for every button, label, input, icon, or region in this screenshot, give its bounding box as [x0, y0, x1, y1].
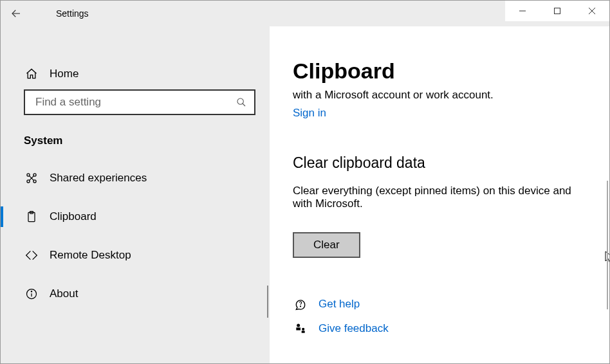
svg-line-5	[243, 104, 245, 106]
section-description: Clear everything (except pinned items) o…	[293, 185, 590, 210]
page-title: Clipboard	[293, 59, 590, 84]
clipboard-icon	[24, 209, 39, 224]
clear-button[interactable]: Clear	[293, 232, 360, 258]
back-button[interactable]	[1, 1, 32, 26]
content-area: Clipboard with a Microsoft account or wo…	[270, 26, 609, 363]
get-help-link[interactable]: Get help	[319, 298, 360, 311]
sidebar-item-shared-experiences[interactable]: Shared experiences	[1, 159, 270, 197]
share-icon	[24, 170, 39, 186]
svg-point-7	[33, 174, 36, 176]
sidebar-item-label: Clipboard	[50, 210, 97, 223]
svg-point-6	[27, 174, 30, 176]
minimize-button[interactable]	[505, 1, 540, 21]
remote-desktop-icon	[24, 248, 39, 263]
svg-point-16	[31, 291, 32, 292]
search-field[interactable]	[34, 95, 235, 109]
home-icon	[24, 66, 39, 82]
get-help-row[interactable]: Get help	[293, 296, 590, 312]
search-input[interactable]	[24, 89, 255, 115]
sidebar-item-remote-desktop[interactable]: Remote Desktop	[1, 236, 270, 275]
footer-links: Get help Give feedback	[293, 296, 590, 336]
svg-point-17	[300, 306, 301, 307]
window-title: Settings	[32, 8, 89, 19]
help-icon	[293, 296, 308, 312]
svg-point-9	[33, 180, 36, 183]
sidebar-item-label: About	[50, 287, 78, 300]
sidebar-group-label: System	[1, 127, 270, 159]
svg-point-20	[302, 328, 304, 331]
search-icon	[235, 97, 248, 107]
home-label: Home	[50, 68, 79, 80]
sidebar-scrollbar[interactable]	[267, 286, 268, 318]
svg-point-4	[237, 98, 243, 104]
page-subtext: with a Microsoft account or work account…	[293, 89, 590, 102]
section-title: Clear clipboard data	[293, 154, 590, 172]
titlebar: Settings	[1, 1, 609, 26]
svg-rect-19	[296, 327, 300, 330]
sidebar-item-home[interactable]: Home	[1, 59, 270, 89]
svg-rect-1	[555, 8, 560, 14]
maximize-button[interactable]	[540, 1, 575, 21]
sidebar: Home System Shared experiences	[1, 26, 270, 363]
sidebar-item-label: Shared experiences	[50, 172, 147, 185]
window-body: Home System Shared experiences	[1, 26, 609, 363]
svg-point-8	[27, 180, 30, 183]
sign-in-link[interactable]: Sign in	[293, 107, 326, 120]
settings-window: Settings Home	[0, 0, 610, 364]
window-controls	[505, 1, 609, 21]
feedback-icon	[293, 321, 308, 336]
sidebar-item-label: Remote Desktop	[50, 249, 131, 262]
sidebar-item-about[interactable]: About	[1, 275, 270, 313]
give-feedback-link[interactable]: Give feedback	[319, 322, 389, 335]
svg-point-18	[297, 324, 300, 327]
close-button[interactable]	[575, 1, 609, 21]
info-icon	[24, 286, 39, 302]
svg-rect-21	[302, 331, 305, 332]
content-scrollbar[interactable]	[607, 181, 608, 309]
give-feedback-row[interactable]: Give feedback	[293, 321, 590, 336]
sidebar-item-clipboard[interactable]: Clipboard	[1, 197, 270, 236]
